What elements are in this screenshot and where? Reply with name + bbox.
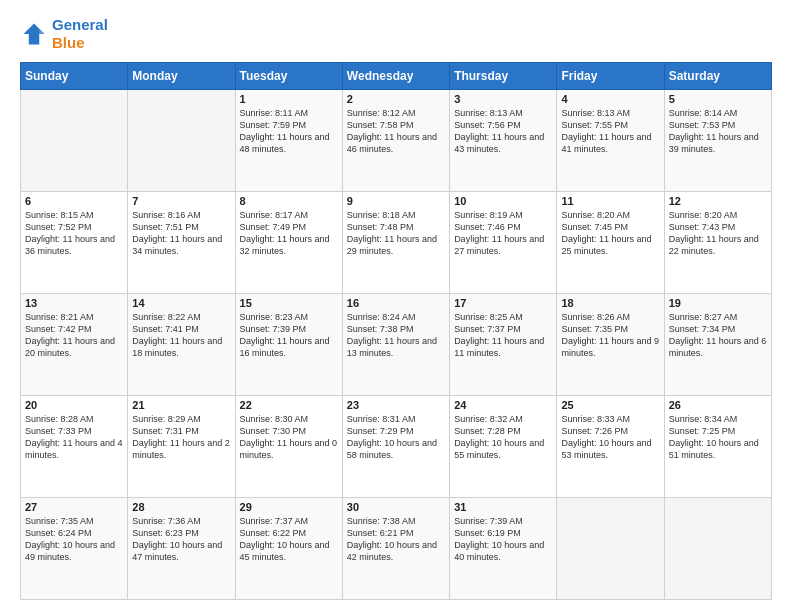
calendar-day-1: 1Sunrise: 8:11 AM Sunset: 7:59 PM Daylig… — [235, 90, 342, 192]
calendar-week-2: 6Sunrise: 8:15 AM Sunset: 7:52 PM Daylig… — [21, 192, 772, 294]
calendar-day-21: 21Sunrise: 8:29 AM Sunset: 7:31 PM Dayli… — [128, 396, 235, 498]
day-number: 9 — [347, 195, 445, 207]
day-header-tuesday: Tuesday — [235, 63, 342, 90]
logo-icon — [20, 20, 48, 48]
day-header-wednesday: Wednesday — [342, 63, 449, 90]
calendar-day-13: 13Sunrise: 8:21 AM Sunset: 7:42 PM Dayli… — [21, 294, 128, 396]
calendar-day-24: 24Sunrise: 8:32 AM Sunset: 7:28 PM Dayli… — [450, 396, 557, 498]
calendar-day-22: 22Sunrise: 8:30 AM Sunset: 7:30 PM Dayli… — [235, 396, 342, 498]
calendar-day-6: 6Sunrise: 8:15 AM Sunset: 7:52 PM Daylig… — [21, 192, 128, 294]
day-number: 11 — [561, 195, 659, 207]
day-content: Sunrise: 8:20 AM Sunset: 7:45 PM Dayligh… — [561, 209, 659, 258]
calendar-day-18: 18Sunrise: 8:26 AM Sunset: 7:35 PM Dayli… — [557, 294, 664, 396]
day-number: 25 — [561, 399, 659, 411]
day-number: 17 — [454, 297, 552, 309]
calendar-empty — [664, 498, 771, 600]
calendar-day-16: 16Sunrise: 8:24 AM Sunset: 7:38 PM Dayli… — [342, 294, 449, 396]
calendar-day-12: 12Sunrise: 8:20 AM Sunset: 7:43 PM Dayli… — [664, 192, 771, 294]
day-content: Sunrise: 7:38 AM Sunset: 6:21 PM Dayligh… — [347, 515, 445, 564]
day-content: Sunrise: 8:23 AM Sunset: 7:39 PM Dayligh… — [240, 311, 338, 360]
day-number: 23 — [347, 399, 445, 411]
day-content: Sunrise: 8:21 AM Sunset: 7:42 PM Dayligh… — [25, 311, 123, 360]
calendar-day-10: 10Sunrise: 8:19 AM Sunset: 7:46 PM Dayli… — [450, 192, 557, 294]
day-content: Sunrise: 8:16 AM Sunset: 7:51 PM Dayligh… — [132, 209, 230, 258]
day-header-friday: Friday — [557, 63, 664, 90]
calendar-day-17: 17Sunrise: 8:25 AM Sunset: 7:37 PM Dayli… — [450, 294, 557, 396]
day-content: Sunrise: 8:12 AM Sunset: 7:58 PM Dayligh… — [347, 107, 445, 156]
calendar-day-31: 31Sunrise: 7:39 AM Sunset: 6:19 PM Dayli… — [450, 498, 557, 600]
day-number: 20 — [25, 399, 123, 411]
day-content: Sunrise: 8:15 AM Sunset: 7:52 PM Dayligh… — [25, 209, 123, 258]
day-number: 10 — [454, 195, 552, 207]
calendar-empty — [557, 498, 664, 600]
calendar-day-5: 5Sunrise: 8:14 AM Sunset: 7:53 PM Daylig… — [664, 90, 771, 192]
day-number: 2 — [347, 93, 445, 105]
day-content: Sunrise: 8:17 AM Sunset: 7:49 PM Dayligh… — [240, 209, 338, 258]
calendar-day-20: 20Sunrise: 8:28 AM Sunset: 7:33 PM Dayli… — [21, 396, 128, 498]
day-content: Sunrise: 8:30 AM Sunset: 7:30 PM Dayligh… — [240, 413, 338, 462]
calendar-empty — [21, 90, 128, 192]
calendar-week-1: 1Sunrise: 8:11 AM Sunset: 7:59 PM Daylig… — [21, 90, 772, 192]
calendar-empty — [128, 90, 235, 192]
day-content: Sunrise: 7:36 AM Sunset: 6:23 PM Dayligh… — [132, 515, 230, 564]
day-content: Sunrise: 8:19 AM Sunset: 7:46 PM Dayligh… — [454, 209, 552, 258]
day-content: Sunrise: 8:32 AM Sunset: 7:28 PM Dayligh… — [454, 413, 552, 462]
day-content: Sunrise: 8:31 AM Sunset: 7:29 PM Dayligh… — [347, 413, 445, 462]
day-number: 28 — [132, 501, 230, 513]
calendar-day-28: 28Sunrise: 7:36 AM Sunset: 6:23 PM Dayli… — [128, 498, 235, 600]
calendar-day-26: 26Sunrise: 8:34 AM Sunset: 7:25 PM Dayli… — [664, 396, 771, 498]
calendar-week-3: 13Sunrise: 8:21 AM Sunset: 7:42 PM Dayli… — [21, 294, 772, 396]
day-content: Sunrise: 8:33 AM Sunset: 7:26 PM Dayligh… — [561, 413, 659, 462]
day-number: 8 — [240, 195, 338, 207]
day-number: 16 — [347, 297, 445, 309]
day-content: Sunrise: 7:35 AM Sunset: 6:24 PM Dayligh… — [25, 515, 123, 564]
page: GeneralBlue SundayMondayTuesdayWednesday… — [0, 0, 792, 612]
day-content: Sunrise: 8:25 AM Sunset: 7:37 PM Dayligh… — [454, 311, 552, 360]
calendar-day-14: 14Sunrise: 8:22 AM Sunset: 7:41 PM Dayli… — [128, 294, 235, 396]
day-content: Sunrise: 8:27 AM Sunset: 7:34 PM Dayligh… — [669, 311, 767, 360]
day-number: 21 — [132, 399, 230, 411]
day-header-thursday: Thursday — [450, 63, 557, 90]
calendar-day-27: 27Sunrise: 7:35 AM Sunset: 6:24 PM Dayli… — [21, 498, 128, 600]
day-content: Sunrise: 8:13 AM Sunset: 7:55 PM Dayligh… — [561, 107, 659, 156]
calendar-day-3: 3Sunrise: 8:13 AM Sunset: 7:56 PM Daylig… — [450, 90, 557, 192]
calendar-day-11: 11Sunrise: 8:20 AM Sunset: 7:45 PM Dayli… — [557, 192, 664, 294]
day-content: Sunrise: 8:14 AM Sunset: 7:53 PM Dayligh… — [669, 107, 767, 156]
calendar-day-25: 25Sunrise: 8:33 AM Sunset: 7:26 PM Dayli… — [557, 396, 664, 498]
header: GeneralBlue — [20, 16, 772, 52]
day-number: 22 — [240, 399, 338, 411]
logo: GeneralBlue — [20, 16, 108, 52]
day-number: 29 — [240, 501, 338, 513]
day-content: Sunrise: 8:20 AM Sunset: 7:43 PM Dayligh… — [669, 209, 767, 258]
day-number: 3 — [454, 93, 552, 105]
calendar-day-30: 30Sunrise: 7:38 AM Sunset: 6:21 PM Dayli… — [342, 498, 449, 600]
day-header-monday: Monday — [128, 63, 235, 90]
day-number: 30 — [347, 501, 445, 513]
calendar-day-2: 2Sunrise: 8:12 AM Sunset: 7:58 PM Daylig… — [342, 90, 449, 192]
day-number: 24 — [454, 399, 552, 411]
day-number: 26 — [669, 399, 767, 411]
calendar-day-8: 8Sunrise: 8:17 AM Sunset: 7:49 PM Daylig… — [235, 192, 342, 294]
calendar-header-row: SundayMondayTuesdayWednesdayThursdayFrid… — [21, 63, 772, 90]
day-content: Sunrise: 8:28 AM Sunset: 7:33 PM Dayligh… — [25, 413, 123, 462]
day-content: Sunrise: 8:34 AM Sunset: 7:25 PM Dayligh… — [669, 413, 767, 462]
day-content: Sunrise: 7:37 AM Sunset: 6:22 PM Dayligh… — [240, 515, 338, 564]
day-header-saturday: Saturday — [664, 63, 771, 90]
calendar-week-5: 27Sunrise: 7:35 AM Sunset: 6:24 PM Dayli… — [21, 498, 772, 600]
day-number: 5 — [669, 93, 767, 105]
day-number: 18 — [561, 297, 659, 309]
day-number: 6 — [25, 195, 123, 207]
calendar-day-7: 7Sunrise: 8:16 AM Sunset: 7:51 PM Daylig… — [128, 192, 235, 294]
day-number: 4 — [561, 93, 659, 105]
calendar-table: SundayMondayTuesdayWednesdayThursdayFrid… — [20, 62, 772, 600]
day-header-sunday: Sunday — [21, 63, 128, 90]
day-content: Sunrise: 8:24 AM Sunset: 7:38 PM Dayligh… — [347, 311, 445, 360]
day-number: 27 — [25, 501, 123, 513]
day-number: 1 — [240, 93, 338, 105]
day-number: 12 — [669, 195, 767, 207]
day-number: 14 — [132, 297, 230, 309]
day-number: 15 — [240, 297, 338, 309]
day-content: Sunrise: 7:39 AM Sunset: 6:19 PM Dayligh… — [454, 515, 552, 564]
day-number: 7 — [132, 195, 230, 207]
day-content: Sunrise: 8:22 AM Sunset: 7:41 PM Dayligh… — [132, 311, 230, 360]
